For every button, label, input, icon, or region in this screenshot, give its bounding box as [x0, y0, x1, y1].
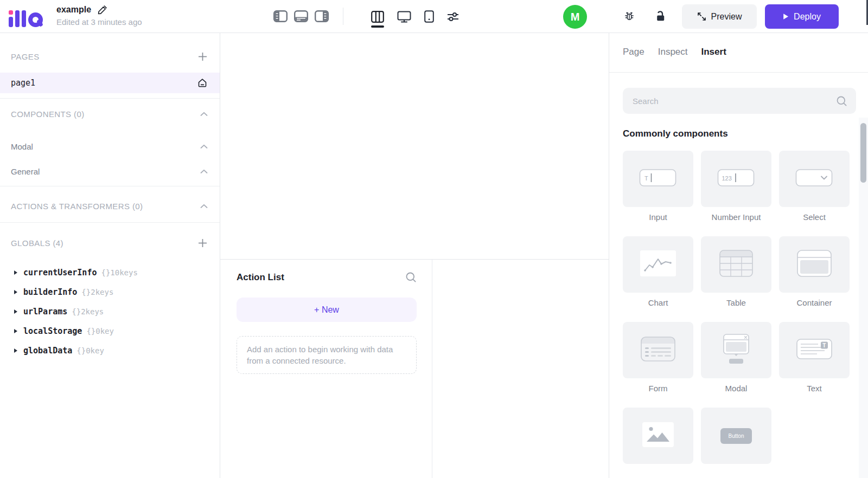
panel-toggle-group: [273, 10, 329, 22]
chart-icon: [640, 250, 676, 279]
component-label: Table: [701, 298, 771, 308]
tab-inspect[interactable]: Inspect: [658, 47, 688, 57]
modal-icon: [719, 334, 754, 366]
tree-item-globalData[interactable]: globalData {}0key: [0, 341, 220, 360]
sidebar-divider: [0, 98, 220, 99]
editor-canvas[interactable]: [220, 33, 609, 259]
text-icon: T: [796, 339, 832, 361]
component-label: Container: [779, 298, 850, 308]
component-card-form[interactable]: Form: [623, 322, 693, 393]
global-keys: {}2keys: [81, 288, 113, 296]
component-card-container[interactable]: Container: [779, 236, 850, 308]
select-icon: [795, 167, 833, 190]
settings-sliders-icon[interactable]: [447, 11, 459, 22]
component-card-number-input[interactable]: 123 Number Input: [701, 151, 771, 222]
user-avatar[interactable]: M: [563, 5, 587, 29]
sidebar-divider: [0, 186, 220, 186]
illa-logo-icon[interactable]: illa: [9, 7, 43, 27]
general-group-label: General: [11, 167, 40, 176]
component-card-text[interactable]: T Text: [779, 322, 850, 393]
expand-arrow-icon: [14, 270, 17, 275]
chevron-up-icon[interactable]: [200, 144, 208, 149]
global-keys: {}2keys: [72, 307, 104, 316]
toggle-left-panel-icon[interactable]: [273, 10, 288, 22]
sidebar-divider: [0, 222, 220, 223]
image-icon: [642, 422, 674, 449]
fluid-layout-icon[interactable]: [371, 11, 384, 23]
search-icon: [836, 95, 847, 107]
play-icon: [783, 13, 789, 20]
tabs-divider: [609, 72, 868, 73]
tree-item-localStorage[interactable]: localStorage {}0key: [0, 321, 220, 341]
actions-section-header[interactable]: ACTIONS & TRANSFORMERS (0): [11, 200, 208, 212]
component-label: Modal: [701, 383, 771, 393]
component-label: Number Input: [701, 212, 771, 222]
global-name: urlParams: [23, 307, 67, 316]
component-card-input[interactable]: T Input: [623, 151, 693, 222]
expand-arrows-icon: [697, 12, 706, 21]
global-keys: {}10keys: [101, 268, 137, 277]
tree-item-currentUserInfo[interactable]: currentUserInfo {}10keys: [0, 263, 220, 282]
chevron-up-icon[interactable]: [200, 169, 208, 174]
commonly-components-title: Commonly components: [623, 128, 728, 139]
components-group-modal[interactable]: Modal: [11, 140, 208, 152]
global-name: globalData: [23, 346, 72, 356]
logo-letter-a: [28, 12, 43, 27]
app-title: example: [56, 5, 91, 15]
svg-text:T: T: [644, 175, 648, 182]
tab-insert[interactable]: Insert: [701, 47, 726, 57]
component-card-image[interactable]: [623, 408, 693, 469]
components-group-general[interactable]: General: [11, 165, 208, 177]
component-label: Chart: [623, 298, 693, 308]
tree-item-urlParams[interactable]: urlParams {}2keys: [0, 302, 220, 321]
component-card-select[interactable]: Select: [779, 151, 850, 222]
pages-section-header: PAGES: [11, 50, 208, 62]
button-icon: Button: [720, 428, 752, 444]
tablet-preview-icon[interactable]: [424, 10, 434, 23]
component-card-chart[interactable]: Chart: [623, 236, 693, 308]
chevron-up-icon[interactable]: [200, 112, 208, 117]
desktop-preview-icon[interactable]: [397, 11, 411, 23]
component-search-input[interactable]: [633, 96, 836, 106]
unlock-icon[interactable]: [655, 10, 666, 22]
components-header-label: COMPONENTS (0): [11, 109, 85, 119]
page1-label: page1: [11, 78, 35, 88]
toggle-bottom-panel-icon[interactable]: [294, 10, 308, 22]
global-keys: {}0key: [76, 346, 104, 355]
add-global-icon[interactable]: [197, 238, 208, 248]
chevron-up-icon[interactable]: [200, 204, 208, 209]
number-input-icon: 123: [717, 167, 755, 190]
edit-pencil-icon[interactable]: [97, 5, 107, 15]
component-card-button[interactable]: Button: [701, 408, 771, 469]
scrollbar-thumb[interactable]: [860, 123, 866, 183]
tree-item-builderInfo[interactable]: builderInfo {}2keys: [0, 282, 220, 302]
toggle-right-panel-icon[interactable]: [315, 10, 329, 22]
view-mode-group: [371, 10, 459, 23]
tab-page[interactable]: Page: [623, 47, 644, 57]
component-search-box[interactable]: [623, 88, 856, 114]
logo-letter-i: [9, 17, 13, 27]
components-section-header[interactable]: COMPONENTS (0): [11, 108, 208, 120]
logo-letter-l: [15, 10, 20, 27]
component-card-modal[interactable]: Modal: [701, 322, 771, 393]
globals-header-label: GLOBALS (4): [11, 238, 63, 248]
input-icon: T: [639, 167, 677, 190]
expand-arrow-icon: [14, 309, 17, 314]
globals-tree: currentUserInfo {}10keys builderInfo {}2…: [0, 263, 220, 360]
preview-label: Preview: [711, 12, 742, 22]
home-icon: [197, 77, 208, 88]
table-icon: [719, 250, 753, 279]
sidebar-item-page1[interactable]: page1: [0, 73, 220, 93]
global-name: currentUserInfo: [23, 268, 97, 277]
component-card-table[interactable]: Table: [701, 236, 771, 308]
new-action-button[interactable]: + New: [237, 298, 417, 322]
expand-arrow-icon: [14, 290, 17, 294]
expand-arrow-icon: [14, 329, 17, 333]
svg-text:T: T: [822, 343, 826, 348]
add-page-icon[interactable]: [197, 51, 208, 62]
preview-button[interactable]: Preview: [682, 4, 757, 29]
deploy-button[interactable]: Deploy: [765, 4, 839, 29]
action-search-icon[interactable]: [405, 272, 417, 283]
debug-bug-icon[interactable]: [623, 10, 635, 22]
app-title-block: example Edited at 3 minutes ago: [56, 3, 142, 27]
